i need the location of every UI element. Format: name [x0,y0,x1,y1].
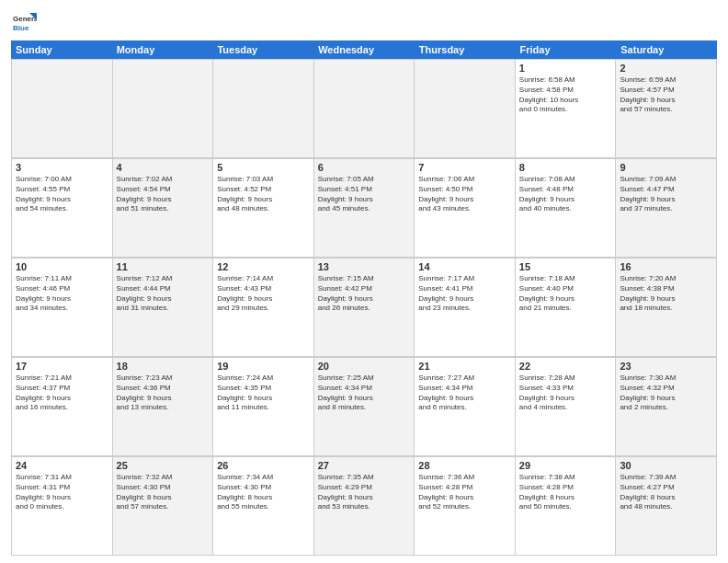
calendar-cell [314,60,415,158]
day-number: 15 [519,261,612,272]
day-number: 1 [519,63,612,74]
calendar-cell: 27Sunrise: 7:35 AM Sunset: 4:29 PM Dayli… [314,457,415,556]
day-number: 26 [217,460,310,471]
day-number: 10 [16,261,108,272]
calendar-cell: 25Sunrise: 7:32 AM Sunset: 4:30 PM Dayli… [113,457,214,556]
day-number: 6 [318,162,411,173]
day-info: Sunrise: 7:17 AM Sunset: 4:41 PM Dayligh… [418,274,511,314]
calendar-cell: 1Sunrise: 6:58 AM Sunset: 4:58 PM Daylig… [516,60,617,158]
calendar-cell: 17Sunrise: 7:21 AM Sunset: 4:37 PM Dayli… [12,358,113,456]
day-info: Sunrise: 7:03 AM Sunset: 4:52 PM Dayligh… [217,175,310,214]
day-info: Sunrise: 7:12 AM Sunset: 4:44 PM Dayligh… [117,274,210,314]
calendar-body: 1Sunrise: 6:58 AM Sunset: 4:58 PM Daylig… [11,59,717,556]
calendar-cell [113,60,214,158]
day-info: Sunrise: 7:34 AM Sunset: 4:30 PM Dayligh… [217,473,310,512]
calendar-cell [12,60,113,158]
calendar-cell [415,60,516,158]
day-info: Sunrise: 6:59 AM Sunset: 4:57 PM Dayligh… [620,75,712,115]
day-info: Sunrise: 7:27 AM Sunset: 4:34 PM Dayligh… [418,373,511,413]
calendar-cell: 5Sunrise: 7:03 AM Sunset: 4:52 PM Daylig… [213,159,314,258]
day-info: Sunrise: 7:24 AM Sunset: 4:35 PM Dayligh… [217,373,310,413]
calendar-row: 24Sunrise: 7:31 AM Sunset: 4:31 PM Dayli… [11,456,717,556]
day-info: Sunrise: 7:05 AM Sunset: 4:51 PM Dayligh… [318,175,411,214]
calendar-row: 1Sunrise: 6:58 AM Sunset: 4:58 PM Daylig… [11,59,717,158]
calendar-cell: 9Sunrise: 7:09 AM Sunset: 4:47 PM Daylig… [616,159,717,258]
day-number: 28 [418,460,511,471]
calendar-cell: 14Sunrise: 7:17 AM Sunset: 4:41 PM Dayli… [415,259,516,357]
day-info: Sunrise: 7:35 AM Sunset: 4:29 PM Dayligh… [318,473,411,512]
day-number: 12 [217,261,310,272]
calendar-cell: 10Sunrise: 7:11 AM Sunset: 4:46 PM Dayli… [12,259,113,357]
day-info: Sunrise: 7:06 AM Sunset: 4:50 PM Dayligh… [418,175,511,214]
day-number: 18 [117,361,210,372]
day-info: Sunrise: 7:39 AM Sunset: 4:27 PM Dayligh… [620,473,712,512]
day-number: 27 [318,460,411,471]
weekday-header: Thursday [415,40,516,59]
day-info: Sunrise: 7:20 AM Sunset: 4:38 PM Dayligh… [620,274,712,314]
calendar-cell: 19Sunrise: 7:24 AM Sunset: 4:35 PM Dayli… [213,358,314,456]
calendar-cell: 24Sunrise: 7:31 AM Sunset: 4:31 PM Dayli… [12,457,113,556]
day-number: 19 [217,361,310,372]
weekday-header: Friday [516,40,617,59]
day-info: Sunrise: 7:30 AM Sunset: 4:32 PM Dayligh… [620,373,712,413]
day-info: Sunrise: 7:00 AM Sunset: 4:55 PM Dayligh… [16,175,108,214]
day-info: Sunrise: 7:08 AM Sunset: 4:48 PM Dayligh… [519,175,612,214]
day-info: Sunrise: 7:21 AM Sunset: 4:37 PM Dayligh… [16,373,108,413]
day-number: 22 [519,361,612,372]
day-info: Sunrise: 7:23 AM Sunset: 4:36 PM Dayligh… [117,373,210,413]
calendar-cell: 30Sunrise: 7:39 AM Sunset: 4:27 PM Dayli… [616,457,717,556]
calendar-cell: 18Sunrise: 7:23 AM Sunset: 4:36 PM Dayli… [113,358,214,456]
calendar-cell: 29Sunrise: 7:38 AM Sunset: 4:28 PM Dayli… [516,457,617,556]
calendar-cell: 6Sunrise: 7:05 AM Sunset: 4:51 PM Daylig… [314,159,415,258]
day-info: Sunrise: 7:09 AM Sunset: 4:47 PM Dayligh… [620,175,712,214]
day-number: 9 [620,162,712,173]
calendar-cell: 22Sunrise: 7:28 AM Sunset: 4:33 PM Dayli… [516,358,617,456]
day-number: 7 [418,162,511,173]
day-number: 2 [620,63,712,74]
calendar-cell: 8Sunrise: 7:08 AM Sunset: 4:48 PM Daylig… [516,159,617,258]
calendar-cell: 28Sunrise: 7:36 AM Sunset: 4:28 PM Dayli… [415,457,516,556]
day-number: 16 [620,261,712,272]
day-info: Sunrise: 6:58 AM Sunset: 4:58 PM Dayligh… [519,75,612,115]
day-number: 14 [418,261,511,272]
day-number: 13 [318,261,411,272]
day-number: 8 [519,162,612,173]
weekday-header: Sunday [11,40,112,59]
day-number: 23 [620,361,712,372]
day-number: 24 [16,460,108,471]
day-info: Sunrise: 7:11 AM Sunset: 4:46 PM Dayligh… [16,274,108,314]
calendar-cell: 7Sunrise: 7:06 AM Sunset: 4:50 PM Daylig… [415,159,516,258]
day-number: 25 [117,460,210,471]
calendar-cell: 20Sunrise: 7:25 AM Sunset: 4:34 PM Dayli… [314,358,415,456]
day-number: 21 [418,361,511,372]
day-info: Sunrise: 7:31 AM Sunset: 4:31 PM Dayligh… [16,473,108,512]
calendar-header: SundayMondayTuesdayWednesdayThursdayFrid… [11,40,717,59]
calendar-row: 3Sunrise: 7:00 AM Sunset: 4:55 PM Daylig… [11,158,717,258]
weekday-header: Monday [112,40,213,59]
day-info: Sunrise: 7:36 AM Sunset: 4:28 PM Dayligh… [418,473,511,512]
day-number: 20 [318,361,411,372]
day-info: Sunrise: 7:02 AM Sunset: 4:54 PM Dayligh… [117,175,210,214]
day-number: 17 [16,361,108,372]
calendar-cell: 11Sunrise: 7:12 AM Sunset: 4:44 PM Dayli… [113,259,214,357]
calendar-cell: 21Sunrise: 7:27 AM Sunset: 4:34 PM Dayli… [415,358,516,456]
calendar-row: 17Sunrise: 7:21 AM Sunset: 4:37 PM Dayli… [11,357,717,456]
svg-text:Blue: Blue [13,24,29,32]
calendar-cell: 23Sunrise: 7:30 AM Sunset: 4:32 PM Dayli… [616,358,717,456]
calendar-cell: 2Sunrise: 6:59 AM Sunset: 4:57 PM Daylig… [616,60,717,158]
calendar-cell: 15Sunrise: 7:18 AM Sunset: 4:40 PM Dayli… [516,259,617,357]
day-number: 4 [117,162,210,173]
day-number: 30 [620,460,712,471]
calendar-cell: 13Sunrise: 7:15 AM Sunset: 4:42 PM Dayli… [314,259,415,357]
calendar-cell [213,60,314,158]
calendar-cell: 4Sunrise: 7:02 AM Sunset: 4:54 PM Daylig… [113,159,214,258]
day-info: Sunrise: 7:32 AM Sunset: 4:30 PM Dayligh… [117,473,210,512]
day-number: 5 [217,162,310,173]
logo: General Blue [11,9,40,35]
weekday-header: Wednesday [313,40,415,59]
day-number: 29 [519,460,612,471]
calendar-cell: 26Sunrise: 7:34 AM Sunset: 4:30 PM Dayli… [213,457,314,556]
day-info: Sunrise: 7:25 AM Sunset: 4:34 PM Dayligh… [318,373,411,413]
day-info: Sunrise: 7:14 AM Sunset: 4:43 PM Dayligh… [217,274,310,314]
calendar: SundayMondayTuesdayWednesdayThursdayFrid… [11,40,717,556]
